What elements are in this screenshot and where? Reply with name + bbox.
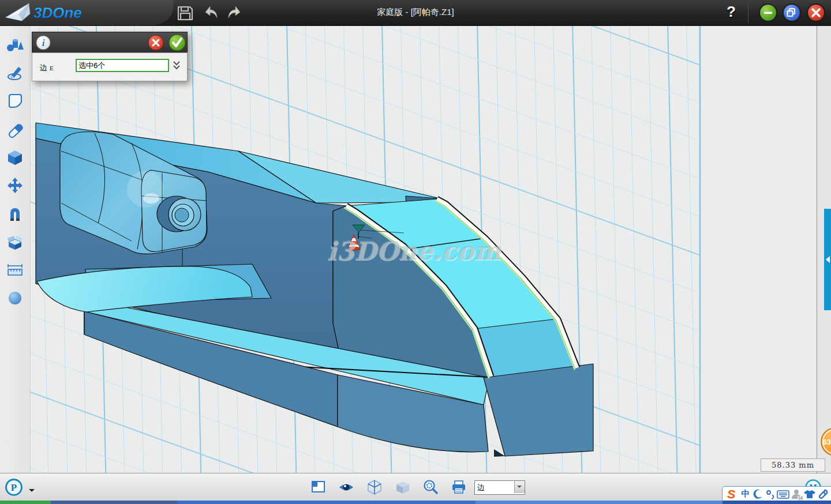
- moon-icon: [753, 488, 764, 500]
- ime-soft-keyboard[interactable]: [777, 488, 789, 501]
- save-button[interactable]: [175, 3, 195, 22]
- taskbar-edge-navy: [723, 501, 831, 504]
- pane-layout-button[interactable]: [310, 479, 327, 496]
- part-library-button[interactable]: P: [5, 478, 23, 497]
- ime-skin[interactable]: [803, 488, 816, 501]
- combine-box-icon: [8, 236, 23, 250]
- eye-icon: [339, 484, 353, 491]
- eraser-button[interactable]: [6, 121, 24, 139]
- paper-plane-icon: [6, 3, 30, 21]
- selection-filter-dropdown[interactable]: 边: [474, 480, 525, 495]
- combine-box-button[interactable]: [6, 233, 24, 251]
- shaded-cube-icon: [396, 482, 409, 494]
- undo-icon: [205, 6, 217, 18]
- svg-text:P: P: [11, 482, 17, 493]
- taskbar-edge-green: [0, 501, 51, 504]
- part-library-caret[interactable]: [29, 489, 35, 495]
- print-button[interactable]: [450, 479, 467, 496]
- floppy-icon: [178, 7, 192, 20]
- dropdown-arrow-button[interactable]: [514, 481, 525, 493]
- expand-chevrons-button[interactable]: [172, 60, 181, 72]
- minimize-button[interactable]: [759, 3, 777, 22]
- measurement-readout: 58.33 mm: [761, 458, 825, 472]
- wireframe-cube-icon: [368, 480, 381, 494]
- help-button[interactable]: ?: [723, 3, 740, 22]
- ime-fullhalf-toggle[interactable]: [753, 488, 764, 501]
- app-logo: 3DOne: [3, 1, 125, 24]
- window-controls: [757, 2, 828, 23]
- left-toolbar: [0, 25, 31, 473]
- selection-dialog: i 边E: [32, 32, 188, 81]
- ime-language-toggle[interactable]: 中: [740, 488, 751, 501]
- edge-selection-input[interactable]: [76, 59, 169, 72]
- undo-button[interactable]: [201, 3, 220, 22]
- bottom-toolbar: 边 P M: [0, 473, 831, 501]
- edge-field-label: 边E: [40, 63, 54, 73]
- punctuation-icon: [765, 488, 776, 500]
- wireframe-mode-button[interactable]: [366, 479, 383, 496]
- selection-filter-value: 边: [477, 483, 485, 493]
- redo-button[interactable]: [225, 3, 245, 22]
- primitives-button[interactable]: [6, 36, 24, 54]
- taskbar-edge-light: [476, 501, 723, 504]
- dialog-ok-button[interactable]: [169, 34, 186, 51]
- redo-icon: [229, 6, 240, 18]
- feature-cube-button[interactable]: [6, 148, 24, 167]
- dialog-body: 边E: [32, 52, 188, 81]
- zoom-settings-button[interactable]: [422, 479, 439, 496]
- svg-text:i: i: [42, 37, 45, 48]
- viewport-3d-scene[interactable]: i3DOne.com i3DOne.com: [30, 25, 817, 497]
- sketch-button[interactable]: [6, 63, 24, 82]
- title-bar: 3DOne 家庭版 - [阿帕奇.Z1] ?: [0, 0, 831, 26]
- feature-cube-icon: [8, 151, 22, 165]
- measure-button[interactable]: [6, 261, 24, 279]
- svg-text:63: 63: [823, 438, 831, 446]
- eraser-icon: [9, 125, 23, 137]
- measure-icon: [8, 264, 22, 275]
- window-title: 家庭版 - [阿帕奇.Z1]: [312, 7, 519, 18]
- visibility-button[interactable]: [338, 479, 355, 496]
- close-button[interactable]: [807, 3, 825, 22]
- sketch-pencil-icon: [8, 67, 21, 80]
- surface-icon: [9, 95, 21, 107]
- shaded-mode-button[interactable]: [394, 479, 411, 496]
- primitives-icon: [7, 39, 24, 52]
- info-icon: i: [36, 35, 51, 50]
- tshirt-icon: [803, 488, 816, 500]
- move-button[interactable]: [6, 176, 24, 195]
- ime-settings[interactable]: [817, 488, 829, 501]
- notification-badge[interactable]: 63: [817, 389, 831, 458]
- login-badge: 14: [798, 496, 803, 501]
- surface-button[interactable]: [6, 92, 24, 110]
- chevron-double-down-icon: [174, 62, 179, 69]
- pane-icon: [312, 482, 324, 492]
- ime-toolbar: S 中 14: [722, 486, 831, 502]
- material-button[interactable]: [6, 289, 24, 308]
- taskbar-edge-blue: [178, 501, 476, 504]
- ime-punctuation-toggle[interactable]: [765, 488, 776, 501]
- wrench-icon: [817, 488, 829, 500]
- dialog-title-bar[interactable]: i: [32, 32, 188, 52]
- magnifier-gear-icon: [425, 481, 437, 494]
- keyboard-icon: [777, 488, 789, 500]
- right-panel-strip: 63: [817, 25, 831, 497]
- magnet-icon: [10, 208, 20, 221]
- watermark: i3DOne.com i3DOne.com: [327, 236, 502, 266]
- magnet-button[interactable]: [6, 205, 24, 224]
- move-arrows-icon: [8, 178, 23, 193]
- restore-button[interactable]: [783, 3, 801, 22]
- material-sphere-icon: [9, 292, 21, 304]
- ime-login[interactable]: 14: [791, 488, 802, 501]
- divider: [748, 2, 748, 23]
- sogou-logo[interactable]: S: [724, 488, 739, 501]
- svg-text:i3DOne.com: i3DOne.com: [327, 236, 501, 265]
- dialog-cancel-button[interactable]: [148, 35, 164, 51]
- collapse-arrow-icon: [824, 209, 831, 310]
- app-logo-text: 3DOne: [33, 4, 82, 21]
- taskbar-edge-dark: [51, 501, 178, 504]
- collapsed-panel-tab[interactable]: [824, 209, 831, 310]
- printer-icon: [452, 481, 465, 493]
